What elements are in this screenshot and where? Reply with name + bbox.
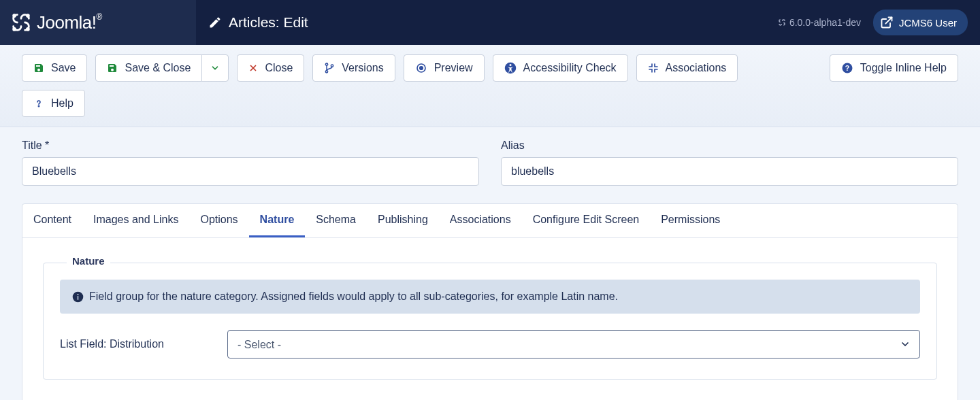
tab-bar: Content Images and Links Options Nature … [22, 204, 958, 238]
svg-point-13 [509, 64, 511, 66]
save-close-button[interactable]: Save & Close [95, 54, 202, 82]
svg-point-11 [419, 67, 423, 70]
distribution-label: List Field: Distribution [60, 338, 211, 350]
branch-icon [324, 63, 335, 73]
contract-icon [648, 63, 659, 73]
info-banner: Field group for the nature category. Ass… [60, 280, 920, 314]
accessibility-button[interactable]: Accessibility Check [493, 54, 628, 82]
help-button[interactable]: Help [22, 90, 85, 117]
alias-input[interactable] [501, 157, 958, 186]
svg-point-16 [38, 105, 39, 106]
chevron-down-icon [210, 63, 220, 73]
tab-publishing[interactable]: Publishing [367, 204, 439, 237]
tab-nature[interactable]: Nature [249, 204, 306, 237]
tab-images-links[interactable]: Images and Links [82, 204, 189, 237]
svg-point-2 [12, 27, 16, 31]
svg-point-19 [78, 293, 79, 295]
accessibility-icon [504, 62, 517, 74]
joomla-small-icon [777, 18, 787, 27]
close-button[interactable]: Close [237, 54, 304, 82]
nature-fieldset: Nature Field group for the nature catego… [43, 263, 937, 380]
external-link-icon [880, 16, 894, 29]
title-field: Title * [22, 139, 479, 186]
tab-schema[interactable]: Schema [305, 204, 367, 237]
svg-point-0 [12, 14, 16, 18]
pencil-icon [208, 16, 222, 29]
save-close-group: Save & Close [95, 54, 229, 82]
eye-icon [415, 62, 427, 74]
tab-container: Content Images and Links Options Nature … [22, 203, 958, 400]
info-icon [72, 291, 84, 303]
tab-panel-nature: Nature Field group for the nature catego… [22, 238, 958, 400]
svg-point-3 [26, 27, 30, 31]
question-icon [33, 98, 44, 109]
brand-text: Joomla!® [37, 12, 102, 33]
title-input[interactable] [22, 157, 479, 186]
tab-content[interactable]: Content [22, 204, 82, 237]
joomla-icon [10, 11, 33, 34]
associations-button[interactable]: Associations [636, 54, 738, 82]
save-icon [33, 63, 44, 73]
save-icon [107, 63, 118, 73]
svg-line-4 [885, 18, 892, 24]
svg-text:?: ? [845, 64, 849, 72]
page-title: Articles: Edit [196, 0, 777, 45]
top-bar: Joomla!® Articles: Edit 6.0.0-alpha1-dev… [0, 0, 980, 45]
user-menu[interactable]: JCMS6 User [873, 10, 968, 35]
info-text: Field group for the nature category. Ass… [89, 290, 618, 303]
save-button[interactable]: Save [22, 54, 87, 82]
distribution-select[interactable]: - Select - [227, 330, 920, 359]
version-badge: 6.0.0-alpha1-dev [777, 17, 861, 28]
alias-field: Alias [501, 139, 958, 186]
save-close-dropdown[interactable] [201, 54, 229, 82]
title-label: Title * [22, 139, 479, 152]
fieldset-legend: Nature [67, 255, 110, 267]
tab-associations[interactable]: Associations [439, 204, 522, 237]
header-right: 6.0.0-alpha1-dev JCMS6 User [777, 0, 980, 45]
preview-button[interactable]: Preview [404, 54, 485, 82]
toggle-inline-help-button[interactable]: ? Toggle Inline Help [830, 54, 958, 82]
toolbar: Save Save & Close Close Versions Preview… [0, 45, 980, 127]
close-icon [248, 63, 258, 73]
distribution-row: List Field: Distribution - Select - [60, 330, 920, 359]
alias-label: Alias [501, 139, 958, 152]
versions-button[interactable]: Versions [312, 54, 395, 82]
form-header: Title * Alias [0, 127, 980, 191]
user-name: JCMS6 User [899, 17, 957, 29]
tab-permissions[interactable]: Permissions [650, 204, 731, 237]
brand-logo[interactable]: Joomla!® [0, 0, 196, 45]
svg-rect-18 [78, 296, 78, 300]
svg-point-1 [26, 14, 30, 18]
question-circle-icon: ? [841, 62, 853, 74]
tab-options[interactable]: Options [189, 204, 248, 237]
tab-configure-edit[interactable]: Configure Edit Screen [522, 204, 651, 237]
